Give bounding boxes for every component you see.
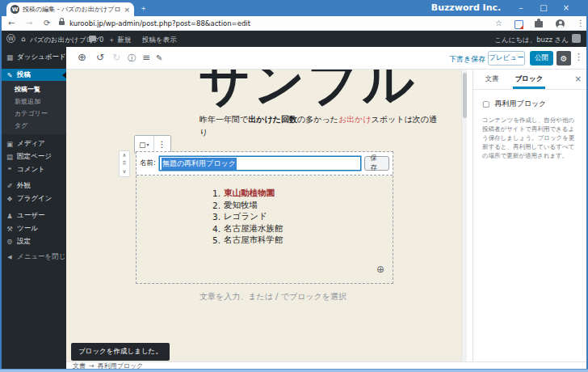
wp-logo-icon[interactable]: W bbox=[6, 34, 15, 43]
info-icon[interactable]: ⓘ bbox=[128, 53, 136, 64]
browser-tab[interactable]: W 投稿の編集 - バズのお出かけブログ - × bbox=[6, 2, 134, 16]
editor-scrollbar[interactable] bbox=[461, 70, 467, 361]
extensions-puzzle-icon[interactable] bbox=[535, 21, 543, 27]
move-down-icon[interactable]: ∨ bbox=[123, 169, 127, 175]
paragraph-block[interactable]: 昨年一年間で出かけた回数の多かったお出かけスポットは次の通り bbox=[200, 113, 442, 138]
sidebar-item-settings[interactable]: ⚙ 設定 bbox=[0, 235, 66, 247]
block-options-button[interactable]: ⋮ bbox=[153, 136, 170, 153]
window-maximize-button[interactable]: □ bbox=[535, 2, 552, 14]
bookmark-star-icon[interactable]: ☆ bbox=[495, 19, 502, 28]
save-name-button[interactable]: 保存 bbox=[364, 156, 389, 171]
settings-gear-button[interactable]: ⚙ bbox=[556, 51, 571, 66]
block-card-description: コンテンツを作成し、自分や他の投稿者がサイトで再利用できるよう保存しましょう。ブ… bbox=[482, 116, 578, 160]
empty-paragraph-placeholder[interactable]: 文章を入力、または / でブロックを選択 bbox=[200, 291, 346, 302]
back-icon[interactable]: ← bbox=[8, 19, 15, 28]
chevron-down-icon: ▾ bbox=[147, 142, 149, 147]
name-label: 名前: bbox=[140, 159, 156, 168]
tab-close-icon[interactable]: × bbox=[124, 6, 130, 14]
preview-button[interactable]: プレビュー bbox=[488, 51, 525, 66]
ordered-list-block[interactable]: 1. 東山動植物園 2. 愛知牧場 3. レゴランド 4. 名古屋港水族館 5. bbox=[208, 188, 393, 247]
appearance-icon: ✐ bbox=[5, 182, 15, 190]
block-name-input[interactable]: 無題の再利用ブロック bbox=[159, 156, 361, 171]
dashboard-icon: ▦ bbox=[5, 53, 15, 61]
submenu-item-tags[interactable]: タグ bbox=[0, 120, 66, 132]
paragraph-text: 昨年一年間で bbox=[200, 115, 248, 124]
sidebar-item-posts[interactable]: ✎ 投稿 bbox=[0, 69, 66, 81]
editor-more-menu-icon[interactable]: ⋮ bbox=[574, 52, 583, 63]
drag-handle-icon[interactable]: ⠿ bbox=[123, 161, 127, 167]
list-item: 4. 名古屋港水族館 bbox=[208, 223, 393, 235]
collapse-icon: ◀ bbox=[5, 254, 15, 260]
redo-icon[interactable]: ↻ bbox=[112, 52, 120, 63]
panel-close-icon[interactable]: × bbox=[575, 74, 582, 84]
move-up-icon[interactable]: ∧ bbox=[123, 153, 127, 159]
block-appender-plus-icon[interactable]: ⊕ bbox=[376, 264, 384, 275]
wp-sidebar-menu: ▦ ダッシュボード ✎ 投稿 投稿一覧 新規追加 カテゴリー タグ ▣ メディア… bbox=[0, 47, 66, 369]
submenu-item-add-new[interactable]: 新規追加 bbox=[0, 96, 66, 108]
window-minimize-button[interactable]: – bbox=[512, 2, 530, 14]
sidebar-item-dashboard[interactable]: ▦ ダッシュボード bbox=[0, 51, 66, 63]
posts-icon: ✎ bbox=[5, 71, 15, 79]
sidebar-item-appearance[interactable]: ✐ 外観 bbox=[0, 180, 66, 192]
view-post-link[interactable]: 投稿を表示 bbox=[142, 36, 177, 45]
reusable-block-name-form: 名前: 無題の再利用ブロック 保存 bbox=[136, 152, 393, 175]
browser-window: W 投稿の編集 - バズのお出かけブログ - × ＋ Buzzword Inc.… bbox=[0, 0, 588, 372]
panel-tabs: 文書 ブロック × bbox=[473, 70, 586, 90]
forward-icon[interactable]: → bbox=[26, 19, 32, 28]
window-border-left bbox=[0, 16, 2, 369]
list-view-icon[interactable]: ≡ bbox=[142, 52, 150, 63]
users-icon: ♟ bbox=[5, 212, 15, 220]
post-title[interactable]: サンプル bbox=[199, 70, 433, 112]
sidebar-item-plugins[interactable]: ❖ プラグイン bbox=[0, 192, 66, 205]
comment-count[interactable]: 0 bbox=[99, 36, 103, 44]
sidebar-item-users[interactable]: ♟ ユーザー bbox=[0, 209, 66, 222]
tab-document[interactable]: 文書 bbox=[473, 70, 510, 89]
user-avatar[interactable] bbox=[572, 34, 581, 43]
browser-titlebar: W 投稿の編集 - バズのお出かけブログ - × ＋ Buzzword Inc.… bbox=[0, 0, 588, 16]
reusable-block-panel-icon: ▢ bbox=[482, 99, 489, 108]
undo-icon[interactable]: ↺ bbox=[96, 52, 104, 63]
sidebar-item-pages[interactable]: ▤ 固定ページ bbox=[0, 150, 66, 163]
greeting-text[interactable]: こんにちは、buzz さん bbox=[488, 36, 569, 45]
reusable-block-box-icon: ▢ bbox=[139, 141, 146, 149]
block-more-icon: ⋮ bbox=[158, 140, 166, 149]
publish-button[interactable]: 公開 bbox=[530, 51, 553, 66]
url-text[interactable]: kuroobi.jp/wp-admin/post.php?post=88&act… bbox=[69, 19, 409, 27]
sidebar-item-tools[interactable]: ⚒ ツール bbox=[0, 222, 66, 235]
capture-extension-icon[interactable] bbox=[514, 20, 523, 29]
save-draft-button[interactable]: 下書き保存 bbox=[449, 54, 485, 65]
editor-canvas: サンプル 昨年一年間で出かけた回数の多かったお出かけスポットは次の通り ∧ ⠿ … bbox=[66, 70, 467, 361]
list-item: 1. 東山動植物園 bbox=[208, 188, 393, 200]
sidebar-item-comments[interactable]: ❝ コメント bbox=[0, 163, 66, 175]
reload-icon[interactable]: ⟳ bbox=[44, 19, 50, 28]
reusable-block-container[interactable]: 名前: 無題の再利用ブロック 保存 1. 東山動植物園 2. 愛知牧場 3. レ… bbox=[136, 151, 393, 284]
pages-icon: ▤ bbox=[5, 153, 15, 161]
profile-icon[interactable] bbox=[556, 19, 565, 28]
window-close-button[interactable]: × bbox=[557, 2, 575, 14]
tools-icon: ⚒ bbox=[5, 225, 15, 233]
new-post-link[interactable]: ＋ 新規 bbox=[108, 36, 131, 45]
edit-mode-pencil-icon[interactable]: ✎ bbox=[156, 53, 162, 64]
submenu-item-all-posts[interactable]: 投稿一覧 bbox=[0, 84, 66, 95]
home-icon: ⌂ bbox=[21, 35, 26, 43]
sidebar-item-media[interactable]: ▣ メディア bbox=[0, 137, 66, 150]
new-tab-button[interactable]: ＋ bbox=[140, 3, 147, 14]
list-item: 5. 名古屋市科学館 bbox=[208, 235, 393, 247]
tab-block[interactable]: ブロック bbox=[510, 70, 548, 89]
submenu-item-categories[interactable]: カテゴリー bbox=[0, 108, 66, 120]
settings-sidebar-panel: 文書 ブロック × ▢ 再利用ブロック コンテンツを作成し、自分や他の投稿者がサ… bbox=[472, 70, 586, 361]
list-item: 2. 愛知牧場 bbox=[208, 200, 393, 212]
scrollbar-thumb[interactable] bbox=[463, 73, 467, 118]
media-icon: ▣ bbox=[5, 140, 15, 148]
paragraph-bold-text: 出かけた回数 bbox=[248, 115, 297, 124]
browser-menu-icon[interactable]: ⋮ bbox=[577, 19, 585, 28]
block-mover[interactable]: ∧ ⠿ ∨ bbox=[119, 150, 130, 177]
comments-bubble-icon[interactable] bbox=[89, 36, 96, 41]
sidebar-item-collapse-menu[interactable]: ◀ メニューを閉じる bbox=[0, 251, 66, 263]
add-block-icon[interactable]: ⊕ bbox=[78, 52, 86, 63]
editor-breadcrumb-bar: 文書 → 再利用ブロック bbox=[66, 361, 586, 369]
wordpress-favicon-icon: W bbox=[10, 5, 19, 14]
settings-icon: ⚙ bbox=[5, 238, 15, 246]
block-type-button[interactable]: ▢ ▾ bbox=[135, 136, 153, 153]
selected-input-text: 無題の再利用ブロック bbox=[162, 158, 237, 170]
